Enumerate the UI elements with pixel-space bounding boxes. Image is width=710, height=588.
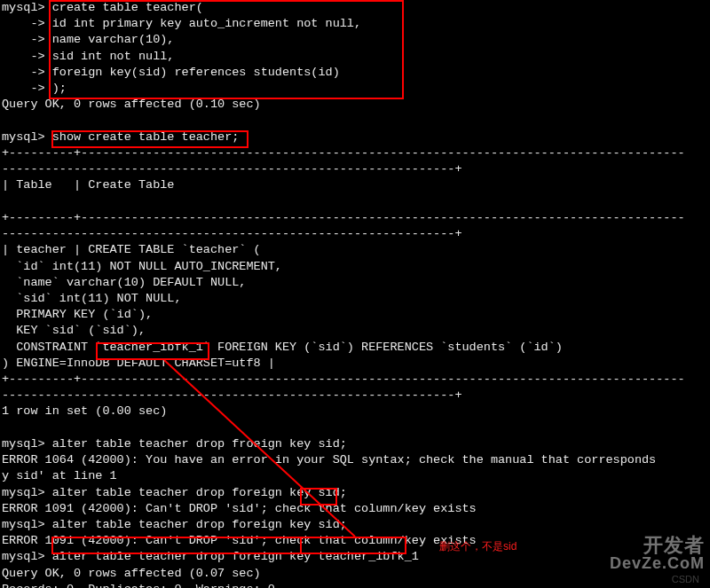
terminal-output: mysql> create table teacher( -> id int p… bbox=[0, 0, 710, 588]
watermark-line1: 开发者 bbox=[610, 535, 705, 555]
watermark-line2: DevZe.CoM bbox=[610, 555, 705, 572]
watermark-logo: 开发者 DevZe.CoM bbox=[610, 535, 705, 572]
csdn-watermark: CSDN bbox=[672, 573, 699, 586]
